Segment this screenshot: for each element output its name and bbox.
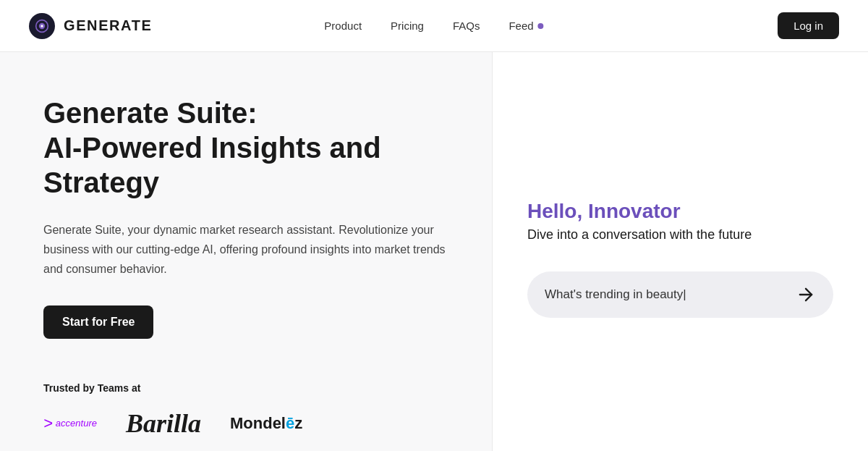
accenture-logo: > accenture (43, 414, 97, 433)
brand-logos: > accenture Barilla Mondelēz (43, 408, 463, 439)
hero-title-line2: AI-Powered Insights and Strategy (43, 132, 381, 198)
logo-icon[interactable] (29, 13, 55, 39)
mondelez-text: Mondelēz (230, 414, 302, 432)
chat-input-area[interactable]: What's trending in beauty| (527, 271, 833, 318)
barilla-text: Barilla (126, 409, 201, 438)
barilla-logo: Barilla (126, 408, 201, 439)
send-icon (796, 284, 816, 305)
chat-input-text: What's trending in beauty| (545, 287, 686, 302)
trusted-section: Trusted by Teams at > accenture Barilla … (43, 382, 463, 439)
svg-point-2 (41, 25, 43, 27)
hero-title-line1: Generate Suite: (43, 96, 463, 130)
hero-description: Generate Suite, your dynamic market rese… (43, 220, 463, 279)
chat-greeting: Hello, Innovator Dive into a conversatio… (527, 200, 833, 243)
trusted-label: Trusted by Teams at (43, 382, 463, 394)
main-nav: Product Pricing FAQs Feed (324, 20, 543, 32)
accenture-text: accenture (56, 418, 97, 429)
login-button[interactable]: Log in (778, 12, 839, 39)
mondelez-dot: ē (286, 414, 294, 432)
nav-product[interactable]: Product (324, 20, 362, 32)
right-panel: Hello, Innovator Dive into a conversatio… (492, 52, 868, 451)
feed-dot (538, 23, 544, 29)
greeting-subtitle: Dive into a conversation with the future (527, 227, 833, 243)
logo-text: GENERATE (64, 17, 152, 34)
navbar: GENERATE Product Pricing FAQs Feed Log i… (0, 0, 868, 52)
nav-pricing[interactable]: Pricing (391, 20, 424, 32)
feed-label: Feed (509, 20, 533, 32)
start-free-button[interactable]: Start for Free (43, 305, 153, 339)
greeting-name: Hello, Innovator (527, 200, 833, 223)
hero-title: Generate Suite: AI-Powered Insights and … (43, 96, 463, 200)
navbar-right: Log in (778, 12, 839, 39)
send-button[interactable] (796, 284, 816, 305)
logo-area: GENERATE (29, 13, 152, 39)
nav-faqs[interactable]: FAQs (453, 20, 480, 32)
left-panel: Generate Suite: AI-Powered Insights and … (0, 52, 492, 451)
nav-feed[interactable]: Feed (509, 20, 543, 32)
main-content: Generate Suite: AI-Powered Insights and … (0, 52, 868, 451)
mondelez-logo: Mondelēz (230, 414, 302, 433)
accenture-symbol: > (43, 414, 53, 433)
